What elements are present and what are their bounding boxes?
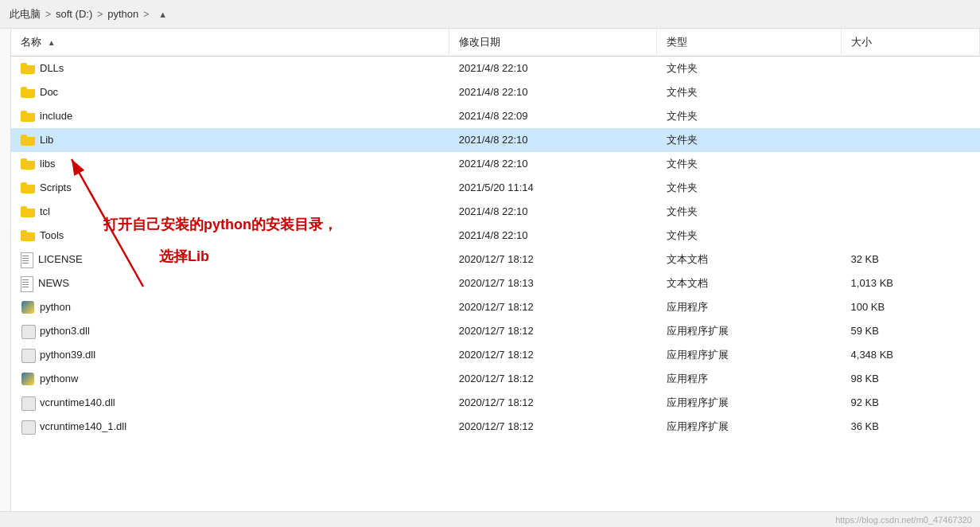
folder-icon [21,110,35,122]
folder-icon [21,86,35,98]
folder-icon [21,62,35,74]
file-modified-cell: 2020/12/7 18:12 [449,415,657,439]
file-name-cell[interactable]: python3.dll [11,319,449,343]
breadcrumb-expand[interactable]: ▲ [158,10,167,19]
file-kind-cell: 文本文档 [657,248,842,271]
breadcrumb-home[interactable]: 此电脑 [10,7,41,21]
file-size-cell [842,152,980,176]
table-row[interactable]: python3.dll 2020/12/7 18:12 应用程序扩展 59 KB [11,319,980,343]
folder-icon [21,134,35,146]
file-name-label: Scripts [40,182,72,193]
file-list-container[interactable]: 名称 ▲ 修改日期 类型 大小 DLLs 2021/4/8 22:10 文件夹 … [11,29,980,511]
file-name-cell[interactable]: python [11,295,449,319]
file-kind-cell: 应用程序 [657,367,842,391]
file-size-cell: 1,013 KB [842,271,980,295]
file-name-cell[interactable]: libs [11,152,449,176]
file-name-label: vcruntime140_1.dll [40,420,126,432]
file-kind-cell: 文件夹 [657,80,842,104]
file-name-cell[interactable]: Lib [11,128,449,152]
text-icon [21,276,33,291]
file-modified-cell: 2020/12/7 18:13 [449,271,657,295]
file-size-cell [842,104,980,128]
table-row[interactable]: NEWS 2020/12/7 18:13 文本文档 1,013 KB [11,271,980,295]
file-kind-cell: 文件夹 [657,200,842,224]
file-modified-cell: 2021/4/8 22:10 [449,152,657,176]
table-row[interactable]: vcruntime140.dll 2020/12/7 18:12 应用程序扩展 … [11,391,980,415]
table-row[interactable]: vcruntime140_1.dll 2020/12/7 18:12 应用程序扩… [11,415,980,439]
file-name-cell[interactable]: include [11,104,449,128]
file-name-label: Tools [40,229,64,241]
file-modified-cell: 2021/4/8 22:10 [449,200,657,224]
col-header-name[interactable]: 名称 ▲ [11,29,449,57]
table-row[interactable]: python39.dll 2020/12/7 18:12 应用程序扩展 4,34… [11,343,980,367]
file-size-cell: 98 KB [842,367,980,391]
file-name-label: Lib [40,134,53,146]
file-name-label: Doc [40,86,58,98]
file-kind-cell: 文件夹 [657,128,842,152]
file-name-cell[interactable]: pythonw [11,367,449,391]
file-name-cell[interactable]: DLLs [11,57,449,80]
file-modified-cell: 2021/4/8 22:10 [449,57,657,80]
file-kind-cell: 应用程序扩展 [657,343,842,367]
file-kind-cell: 应用程序扩展 [657,319,842,343]
folder-icon [21,205,35,217]
dll-icon [21,420,35,434]
file-name-cell[interactable]: NEWS [11,271,449,295]
table-row[interactable]: Lib 2021/4/8 22:10 文件夹 [11,128,980,152]
file-modified-cell: 2020/12/7 18:12 [449,343,657,367]
file-modified-cell: 2020/12/7 18:12 [449,367,657,391]
col-header-type[interactable]: 类型 [657,29,842,57]
file-name-label: NEWS [38,277,69,289]
file-size-cell [842,200,980,224]
folder-icon [21,229,35,241]
file-size-cell [842,224,980,248]
file-size-cell: 36 KB [842,415,980,439]
table-row[interactable]: pythonw 2020/12/7 18:12 应用程序 98 KB [11,367,980,391]
annotation-line1: 打开自己安装的python的安装目录， [103,215,337,234]
table-row[interactable]: LICENSE 2020/12/7 18:12 文本文档 32 KB [11,248,980,271]
file-modified-cell: 2021/4/8 22:09 [449,104,657,128]
table-header-row: 名称 ▲ 修改日期 类型 大小 [11,29,980,57]
file-name-label: DLLs [40,62,64,74]
text-icon [21,252,33,267]
file-name-cell[interactable]: vcruntime140_1.dll [11,415,449,439]
table-row[interactable]: DLLs 2021/4/8 22:10 文件夹 [11,57,980,80]
watermark-text: https://blog.csdn.net/m0_47467320 [835,515,972,525]
file-name-cell[interactable]: python39.dll [11,343,449,367]
file-name-cell[interactable]: Scripts [11,176,449,200]
folder-icon [21,158,35,170]
table-row[interactable]: Scripts 2021/5/20 11:14 文件夹 [11,176,980,200]
table-row[interactable]: libs 2021/4/8 22:10 文件夹 [11,152,980,176]
file-modified-cell: 2020/12/7 18:12 [449,295,657,319]
col-header-size[interactable]: 大小 [842,29,980,57]
file-name-label: tcl [40,205,50,217]
file-modified-cell: 2020/12/7 18:12 [449,391,657,415]
file-modified-cell: 2021/4/8 22:10 [449,80,657,104]
file-kind-cell: 文件夹 [657,57,842,80]
file-modified-cell: 2020/12/7 18:12 [449,248,657,271]
file-name-label: LICENSE [38,253,83,265]
file-modified-cell: 2021/4/8 22:10 [449,128,657,152]
file-name-cell[interactable]: vcruntime140.dll [11,391,449,415]
table-row[interactable]: Doc 2021/4/8 22:10 文件夹 [11,80,980,104]
breadcrumb-folder[interactable]: python [107,8,138,20]
file-name-cell[interactable]: LICENSE [11,248,449,271]
file-name-label: python39.dll [40,349,95,361]
left-sidebar [0,29,11,527]
breadcrumb-drive[interactable]: soft (D:) [56,8,92,20]
file-name-label: libs [40,158,56,170]
file-name-cell[interactable]: Doc [11,80,449,104]
file-size-cell [842,80,980,104]
col-header-modified[interactable]: 修改日期 [449,29,657,57]
file-kind-cell: 文本文档 [657,271,842,295]
app-icon [21,300,35,314]
table-row[interactable]: python 2020/12/7 18:12 应用程序 100 KB [11,295,980,319]
sort-indicator: ▲ [48,38,56,47]
breadcrumb-bar: 此电脑 > soft (D:) > python > ▲ [0,0,980,29]
file-modified-cell: 2021/4/8 22:10 [449,224,657,248]
status-bar: https://blog.csdn.net/m0_47467320 [0,511,980,527]
file-name-label: python [40,301,71,313]
app-icon [21,372,35,386]
table-row[interactable]: include 2021/4/8 22:09 文件夹 [11,104,980,128]
file-modified-cell: 2020/12/7 18:12 [449,319,657,343]
